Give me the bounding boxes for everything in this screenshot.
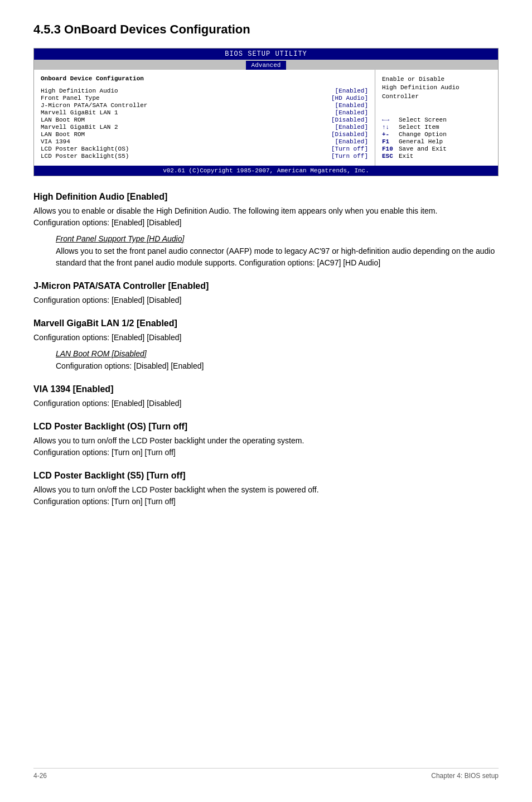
section-heading-via1394: VIA 1394 [Enabled] [33, 384, 499, 394]
bios-left-panel: Onboard Device Configuration High Defini… [34, 70, 375, 166]
bios-item-label: LCD Poster Backlight(S5) [41, 153, 129, 160]
bios-item-value: [Disabled] [331, 117, 368, 123]
bios-item-label: LAN Boot ROM [41, 117, 85, 123]
bios-tab-bar: Advanced [34, 60, 498, 70]
section-high-def-audio: High Definition Audio [Enabled]Allows yo… [33, 192, 499, 269]
section-via1394: VIA 1394 [Enabled]Configuration options:… [33, 384, 499, 409]
bios-legend-desc: General Help [399, 138, 443, 145]
bios-legend-item: +- Change Option [382, 131, 491, 138]
bios-legend-desc: Select Screen [399, 117, 447, 123]
section-jmicron: J-Micron PATA/SATA Controller [Enabled]C… [33, 281, 499, 306]
bios-item-row: High Definition Audio[Enabled] [41, 88, 368, 94]
bios-help-text: Enable or Disable High Definition Audio … [382, 75, 491, 101]
bios-item-label: Marvell GigaBit LAN 1 [41, 109, 118, 116]
section-marvell: Marvell GigaBit LAN 1/2 [Enabled]Configu… [33, 318, 499, 372]
section-body-lcd-s5: Allows you to turn on/off the LCD Poster… [33, 484, 499, 508]
bios-legend-key: ←→ [382, 117, 399, 123]
sub-body-marvell: Configuration options: [Disabled] [Enabl… [56, 360, 499, 372]
bios-setup-box: BIOS SETUP UTILITY Advanced Onboard Devi… [33, 48, 499, 176]
page-title: 4.5.3 OnBoard Devices Configuration [33, 22, 499, 37]
section-heading-high-def-audio: High Definition Audio [Enabled] [33, 192, 499, 202]
bios-item-row: LCD Poster Backlight(S5)[Turn off] [41, 153, 368, 160]
bios-item-value: [HD Audio] [331, 95, 368, 102]
footer-chapter: Chapter 4: BIOS setup [431, 772, 499, 780]
bios-legend-desc: Change Option [399, 131, 447, 138]
bios-tab-advanced[interactable]: Advanced [246, 61, 287, 70]
bios-item-value: [Enabled] [335, 88, 368, 94]
bios-legend-desc: Exit [399, 153, 413, 160]
bios-header: BIOS SETUP UTILITY [34, 49, 498, 60]
bios-legend-key: F1 [382, 138, 399, 145]
section-lcd-os: LCD Poster Backlight (OS) [Turn off]Allo… [33, 422, 499, 458]
bios-item-row: Front Panel Type[HD Audio] [41, 95, 368, 102]
bios-legend-key: F10 [382, 146, 399, 152]
section-heading-marvell: Marvell GigaBit LAN 1/2 [Enabled] [33, 318, 499, 328]
bios-section-title: Onboard Device Configuration [41, 75, 368, 82]
bios-item-value: [Disabled] [331, 131, 368, 138]
help-line1: Enable or Disable [382, 76, 444, 83]
bios-legend-desc: Select Item [399, 124, 439, 131]
bios-right-panel: Enable or Disable High Definition Audio … [375, 70, 498, 166]
bios-item-value: [Enabled] [335, 109, 368, 116]
section-body-jmicron: Configuration options: [Enabled] [Disabl… [33, 294, 499, 306]
bios-legend-key: ↑↓ [382, 124, 399, 131]
bios-item-label: J-Micron PATA/SATA Controller [41, 102, 147, 109]
bios-item-label: Marvell GigaBit LAN 2 [41, 124, 118, 131]
section-body-lcd-os: Allows you to turn on/off the LCD Poster… [33, 435, 499, 458]
bios-footer: v02.61 (C)Copyright 1985-2007, American … [34, 166, 498, 176]
bios-item-row: J-Micron PATA/SATA Controller[Enabled] [41, 102, 368, 109]
bios-item-row: Marvell GigaBit LAN 1[Enabled] [41, 109, 368, 116]
bios-legend-item: ESC Exit [382, 153, 491, 160]
bios-content: Onboard Device Configuration High Defini… [34, 70, 498, 166]
bios-item-row: LAN Boot ROM[Disabled] [41, 117, 368, 123]
section-body-marvell: Configuration options: [Enabled] [Disabl… [33, 332, 499, 344]
bios-item-label: LCD Poster Backlight(OS) [41, 146, 129, 152]
section-body-via1394: Configuration options: [Enabled] [Disabl… [33, 398, 499, 409]
bios-legend-item: ←→ Select Screen [382, 117, 491, 123]
section-heading-lcd-s5: LCD Poster Backlight (S5) [Turn off] [33, 471, 499, 481]
bios-item-value: [Turn off] [331, 146, 368, 152]
bios-legend: ←→ Select Screen↑↓ Select Item+- Change … [382, 117, 491, 160]
section-lcd-s5: LCD Poster Backlight (S5) [Turn off]Allo… [33, 471, 499, 508]
sub-title-high-def-audio: Front Panel Support Type [HD Audio] [56, 234, 499, 243]
page-footer: 4-26 Chapter 4: BIOS setup [33, 768, 499, 780]
bios-items-list: High Definition Audio[Enabled] Front Pan… [41, 88, 368, 160]
bios-item-row: LAN Boot ROM[Disabled] [41, 131, 368, 138]
bios-item-value: [Turn off] [331, 153, 368, 160]
bios-legend-item: ↑↓ Select Item [382, 124, 491, 131]
bios-item-label: LAN Boot ROM [41, 131, 85, 138]
bios-legend-key: +- [382, 131, 399, 138]
section-heading-jmicron: J-Micron PATA/SATA Controller [Enabled] [33, 281, 499, 291]
help-line2: High Definition Audio [382, 84, 460, 91]
sub-title-marvell: LAN Boot ROM [Disabled] [56, 349, 499, 358]
sub-body-high-def-audio: Allows you to set the front panel audio … [56, 245, 499, 269]
help-line3: Controller [382, 93, 419, 100]
bios-item-row: VIA 1394[Enabled] [41, 138, 368, 145]
bios-item-label: High Definition Audio [41, 88, 118, 94]
bios-item-value: [Enabled] [335, 102, 368, 109]
bios-legend-desc: Save and Exit [399, 146, 447, 152]
section-heading-lcd-os: LCD Poster Backlight (OS) [Turn off] [33, 422, 499, 432]
bios-item-row: Marvell GigaBit LAN 2[Enabled] [41, 124, 368, 131]
section-body-high-def-audio: Allows you to enable or disable the High… [33, 205, 499, 229]
content-sections: High Definition Audio [Enabled]Allows yo… [33, 192, 499, 508]
bios-item-label: Front Panel Type [41, 95, 100, 102]
bios-item-value: [Enabled] [335, 138, 368, 145]
bios-legend-item: F10 Save and Exit [382, 146, 491, 152]
bios-item-value: [Enabled] [335, 124, 368, 131]
bios-item-row: LCD Poster Backlight(OS)[Turn off] [41, 146, 368, 152]
bios-legend-item: F1 General Help [382, 138, 491, 145]
footer-page-number: 4-26 [33, 772, 47, 780]
bios-item-label: VIA 1394 [41, 138, 70, 145]
bios-legend-key: ESC [382, 153, 399, 160]
